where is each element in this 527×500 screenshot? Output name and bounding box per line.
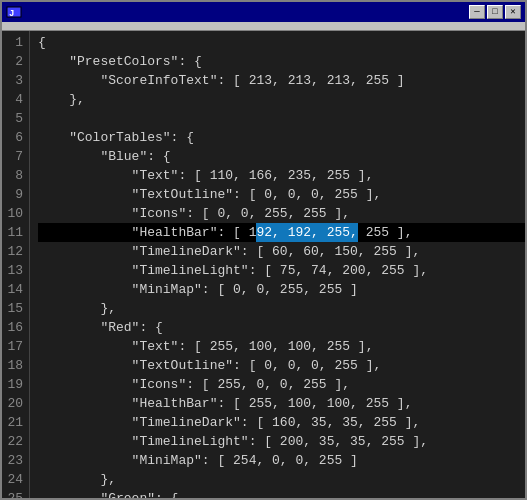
code-line: "TimelineLight": [ 75, 74, 200, 255 ], [38,261,525,280]
code-line: "MiniMap": [ 0, 0, 255, 255 ] [38,280,525,299]
title-bar: J ─ □ ✕ [2,2,525,22]
menu-help[interactable] [54,24,66,28]
code-content[interactable]: { "PresetColors": { "ScoreInfoText": [ 2… [30,31,525,498]
code-line: "TimelineDark": [ 60, 60, 150, 255 ], [38,242,525,261]
menu-options[interactable] [42,24,54,28]
code-line: "TextOutline": [ 0, 0, 0, 255 ], [38,185,525,204]
menu-bar [2,22,525,31]
code-line: }, [38,470,525,489]
line-numbers: 1234567891011121314151617181920212223242… [2,31,30,498]
code-line: "TimelineLight": [ 200, 35, 35, 255 ], [38,432,525,451]
code-line: "HealthBar": [ 192, 192, 255, 255 ], [38,223,525,242]
code-line: "TimelineDark": [ 160, 35, 35, 255 ], [38,413,525,432]
menu-edit[interactable] [18,24,30,28]
code-line: "PresetColors": { [38,52,525,71]
main-window: J ─ □ ✕ 12345678910111213141516171819202… [0,0,527,500]
code-line: { [38,33,525,52]
code-line: "Text": [ 255, 100, 100, 255 ], [38,337,525,356]
code-line: }, [38,90,525,109]
menu-search[interactable] [30,24,42,28]
code-line: "Green": { [38,489,525,498]
code-line: "Icons": [ 0, 0, 255, 255 ], [38,204,525,223]
close-button[interactable]: ✕ [505,5,521,19]
code-line: "Icons": [ 255, 0, 0, 255 ], [38,375,525,394]
minimize-button[interactable]: ─ [469,5,485,19]
maximize-button[interactable]: □ [487,5,503,19]
code-line: "Red": { [38,318,525,337]
menu-file[interactable] [6,24,18,28]
code-line: "Blue": { [38,147,525,166]
app-icon: J [6,4,22,20]
code-line: }, [38,299,525,318]
window-controls: ─ □ ✕ [469,5,521,19]
code-line: "ColorTables": { [38,128,525,147]
code-line: "TextOutline": [ 0, 0, 0, 255 ], [38,356,525,375]
code-line: "ScoreInfoText": [ 213, 213, 213, 255 ] [38,71,525,90]
code-line: "Text": [ 110, 166, 235, 255 ], [38,166,525,185]
svg-text:J: J [9,9,14,19]
editor-area[interactable]: 1234567891011121314151617181920212223242… [2,31,525,498]
code-line: "HealthBar": [ 255, 100, 100, 255 ], [38,394,525,413]
code-line: "MiniMap": [ 254, 0, 0, 255 ] [38,451,525,470]
code-line [38,109,525,128]
